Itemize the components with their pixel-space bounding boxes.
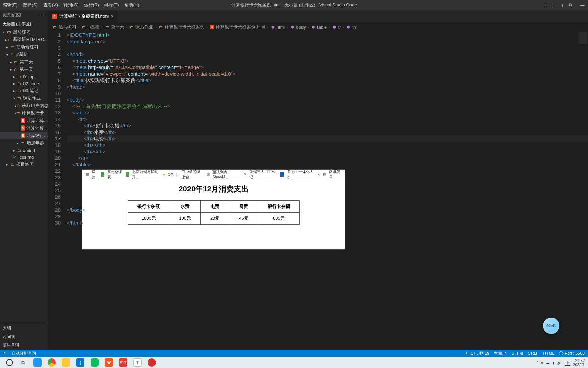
twisty-icon	[5, 38, 8, 42]
breadcrumb-segment[interactable]: ⬢tr	[332, 25, 341, 30]
tab-active[interactable]: 5 计算银行卡余额案例.html ×	[48, 10, 118, 22]
menu-bar: 编辑(E) 选择(S) 查看(V) 转到(G) 运行(R) 终端(T) 帮助(H…	[0, 0, 588, 10]
status-eol[interactable]: CRLF	[528, 351, 538, 356]
layout-toggle-2-icon[interactable]: ▭	[551, 2, 557, 8]
breadcrumb-segment[interactable]: 🗀黑马练习	[52, 24, 76, 30]
tree-item[interactable]: 🗀第二天	[0, 58, 48, 66]
status-analyze-words[interactable]: 自动分析单词	[12, 351, 36, 356]
status-line-col[interactable]: 行 17，列 19	[466, 351, 489, 356]
layout-toggle-3-icon[interactable]: ▯	[559, 2, 565, 8]
tree-item[interactable]: 🗀增加年龄	[0, 139, 48, 147]
breadcrumb-sep: ›	[267, 25, 268, 29]
typora-icon[interactable]: T	[133, 358, 142, 367]
status-lang[interactable]: HTML	[543, 351, 555, 356]
tree-item-label: 03-笔记	[23, 88, 38, 94]
timeline-section[interactable]: 时间线	[0, 333, 48, 341]
tree-item[interactable]: 5计算银行...	[0, 132, 48, 139]
status-liveserver[interactable]: Port : 5500	[559, 351, 585, 356]
status-sync[interactable]: ↻	[3, 351, 7, 356]
tree-item-label: css.md	[20, 155, 34, 160]
youdao-icon[interactable]: 有道	[119, 358, 127, 367]
menu-edit[interactable]: 编辑(E)	[0, 0, 20, 10]
folder-icon: 🗀	[8, 37, 12, 42]
breadcrumb-segment[interactable]: ⬢th	[346, 25, 356, 30]
breadcrumb-segment[interactable]: 🗀js基础	[81, 24, 99, 30]
tray-battery-icon[interactable]: ▮	[552, 361, 554, 365]
wps-icon[interactable]: W	[105, 358, 113, 367]
tree-item[interactable]: 🗀02-code	[0, 80, 48, 87]
status-encoding[interactable]: UTF-8	[511, 351, 523, 356]
tray-cn-icon[interactable]: ●	[541, 361, 543, 365]
tray-ime[interactable]: 中	[565, 360, 570, 366]
netease-icon[interactable]	[148, 358, 156, 367]
tree-item[interactable]: 🗀基础班HTML+C...	[0, 36, 48, 43]
breadcrumb-segment[interactable]: 🗀计算银行卡余额案例	[159, 24, 205, 30]
timer-badge[interactable]: 02:41	[543, 318, 559, 334]
tree-item-label: 移动端练习	[16, 44, 38, 50]
taskbar-clock[interactable]: 21:52 2022/1	[573, 358, 585, 367]
tree-item[interactable]: 🗀03-笔记	[0, 87, 48, 94]
tree-item[interactable]: 🗀课后作业	[0, 94, 48, 102]
tree-item[interactable]: 🗀项目练习	[0, 160, 48, 168]
task-view-icon[interactable]: ⧉	[19, 358, 27, 367]
status-indent[interactable]: 空格: 4	[494, 351, 507, 356]
explorer-title: 资源管理器	[3, 13, 22, 18]
tree-item[interactable]: 🗀获取用户信息	[0, 102, 48, 109]
tray-up-icon[interactable]: ˄	[536, 361, 538, 365]
tree-item[interactable]: 🗀第一天	[0, 66, 48, 73]
chrome-icon[interactable]	[48, 358, 56, 367]
breadcrumb-segment[interactable]: ⬢html	[271, 25, 285, 30]
outline-section[interactable]: 大纲	[0, 324, 48, 333]
breadcrumb-segment[interactable]: 5计算银行卡余额案例.html	[210, 24, 265, 30]
tree-item[interactable]: 🗀移动端练习	[0, 43, 48, 51]
menu-run[interactable]: 运行(R)	[81, 0, 102, 10]
twisty-icon	[12, 75, 16, 79]
folder-icon: 🗀	[16, 74, 22, 79]
wechat-icon[interactable]	[91, 358, 99, 367]
breadcrumb-sep: ›	[287, 25, 288, 29]
folder-icon: 🗀	[129, 25, 134, 29]
workspace-name[interactable]: 无标题 (工作区)	[0, 20, 48, 28]
tree-item[interactable]: 🗀js基础	[0, 51, 48, 58]
breadcrumb[interactable]: 🗀黑马练习›🗀js基础›🗀第一天›🗀课后作业›🗀计算银行卡余额案例›5计算银行卡…	[48, 22, 588, 32]
vscode-icon[interactable]: ⟩	[76, 358, 84, 367]
code-editor[interactable]: 1234567891011121314151617181920212223242…	[48, 32, 588, 350]
tree-item[interactable]: 🗀xmind	[0, 147, 48, 154]
menu-terminal[interactable]: 终端(T)	[102, 0, 122, 10]
html-file-icon: 5	[21, 125, 25, 131]
menu-select[interactable]: 选择(S)	[20, 0, 40, 10]
words-section[interactable]: 陌生单词	[0, 341, 48, 350]
tray-volume-icon[interactable]: 🔊	[557, 361, 562, 365]
tree-item[interactable]: 🗀01-ppt	[0, 73, 48, 80]
tree-item-label: 第二天	[20, 59, 33, 65]
tray-cloud-icon[interactable]: ☁	[546, 361, 550, 365]
app-1-icon[interactable]	[33, 358, 42, 367]
layout-toggle-1-icon[interactable]: ▯	[542, 2, 549, 8]
tree-item[interactable]: 5计算计算...	[0, 124, 48, 132]
folder-open-icon: 🗀	[13, 67, 18, 72]
breadcrumb-segment[interactable]: ⬢body	[290, 25, 306, 30]
breadcrumb-segment[interactable]: 🗀第一天	[105, 24, 124, 30]
tree-item[interactable]: 5计算计算...	[0, 117, 48, 124]
file-tree[interactable]: 🗀黑马练习🗀基础班HTML+C...🗀移动端练习🗀js基础🗀第二天🗀第一天🗀01…	[0, 28, 48, 324]
tab-close-icon[interactable]: ×	[111, 14, 113, 19]
breadcrumb-segment[interactable]: ⬢table	[311, 25, 327, 30]
folder-open-icon: 🗀	[16, 95, 22, 101]
twisty-icon	[12, 96, 16, 100]
twisty-icon	[15, 141, 20, 145]
layout-toggle-4-icon[interactable]: ⧉	[567, 2, 573, 8]
sync-icon: ↻	[3, 351, 7, 356]
html-file-icon: 5	[52, 14, 57, 19]
breadcrumb-segment[interactable]: 🗀课后作业	[129, 24, 153, 30]
tree-item-label: 计算计算...	[26, 118, 48, 124]
menu-help[interactable]: 帮助(H)	[121, 0, 142, 10]
minimize-icon[interactable]: —	[579, 2, 585, 8]
tree-item[interactable]: 🗀黑马练习	[0, 28, 48, 36]
menu-view[interactable]: 查看(V)	[40, 0, 61, 10]
menu-goto[interactable]: 转到(G)	[61, 0, 81, 10]
start-icon[interactable]	[6, 359, 13, 366]
explorer-more-icon[interactable]: ⋯	[40, 12, 45, 18]
explorer-icon[interactable]	[62, 358, 70, 367]
tree-item[interactable]: M↓css.md	[0, 154, 48, 160]
tree-item[interactable]: 🗀计算银行卡...	[0, 109, 48, 117]
